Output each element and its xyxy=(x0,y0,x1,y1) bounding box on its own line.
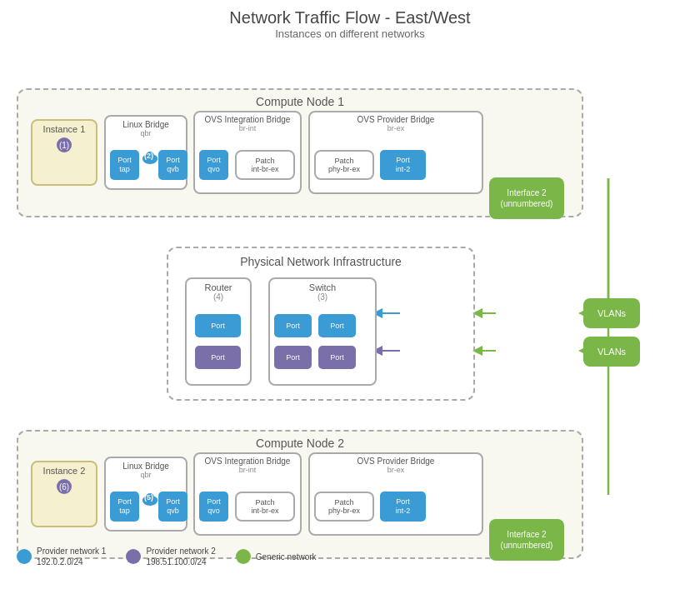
page-subtitle: Instances on different networks xyxy=(0,27,700,40)
legend-item-net2: Provider network 2 198.51.100.0/24 xyxy=(126,546,215,567)
phys-net-label: Physical Network Infrastructure xyxy=(240,255,402,268)
legend-text-net3: Generic network xyxy=(256,552,317,562)
cn1-port-qvb: Port qvb xyxy=(158,150,188,180)
cn1-lbridge-sub: qbr xyxy=(106,129,186,137)
legend-item-net3: Generic network xyxy=(236,549,317,564)
switch-box: Switch (3) Port Port Port Port xyxy=(268,277,377,386)
cn1-port-int2: Port int-2 xyxy=(380,150,426,180)
phys-net: Physical Network Infrastructure Router (… xyxy=(167,247,475,401)
router-box: Router (4) Port Port xyxy=(185,277,252,386)
compute-node-1: Compute Node 1 Instance 1 (1) Linux Brid… xyxy=(17,88,583,217)
cn2-lbridge-sub: qbr xyxy=(106,471,186,479)
compute-node-2: Compute Node 2 Instance 2 (6) Linux Brid… xyxy=(17,430,583,559)
cn1-ovs-int: OVS Integration Bridge br-int Port qvo P… xyxy=(193,111,302,194)
legend-text-net2: Provider network 2 198.51.100.0/24 xyxy=(146,546,215,567)
cn2-ovs-prov-sub: br-ex xyxy=(310,466,482,474)
cn1-port-qvo: Port qvo xyxy=(199,150,228,180)
cn2-port-int2: Port int-2 xyxy=(380,492,426,522)
switch-port-4: Port xyxy=(318,346,356,369)
legend-dot-net3 xyxy=(236,549,251,564)
cn2-ovs-int: OVS Integration Bridge br-int Port qvo P… xyxy=(193,452,302,536)
instance-2-label: Instance 2 xyxy=(36,466,92,476)
switch-port-1: Port xyxy=(274,314,312,337)
instance-1-label: Instance 1 xyxy=(36,124,92,134)
cn1-cloud-2: (2) xyxy=(141,148,159,167)
switch-port-2: Port xyxy=(318,314,356,337)
cn1-iface2: Interface 2 (unnumbered) xyxy=(489,177,564,219)
cn2-port-qvo: Port qvo xyxy=(199,492,228,522)
legend-dot-net2 xyxy=(126,549,141,564)
cn2-ovs-int-sub: br-int xyxy=(195,466,300,474)
switch-label: Switch xyxy=(270,279,375,292)
cn1-label: Compute Node 1 xyxy=(256,95,344,108)
switch-num: (3) xyxy=(270,292,375,302)
cn2-ovs-prov: OVS Provider Bridge br-ex Patch phy-br-e… xyxy=(308,452,483,536)
instance-1-num: (1) xyxy=(57,137,72,152)
cn1-ovs-int-sub: br-int xyxy=(195,124,300,132)
cn1-lbridge: Linux Bridge qbr Port tap (2) Port qvb xyxy=(104,115,188,190)
cn2-ovs-prov-label: OVS Provider Bridge xyxy=(310,454,482,466)
cn2-port-tap: Port tap xyxy=(110,492,139,522)
router-port-1: Port xyxy=(195,314,241,337)
legend: Provider network 1 192.0.2.0/24 Provider… xyxy=(17,546,317,567)
instance-1-box: Instance 1 (1) xyxy=(31,119,98,186)
router-num: (4) xyxy=(187,292,250,302)
legend-dot-net1 xyxy=(17,549,32,564)
cn2-patch-phy: Patch phy-br-ex xyxy=(314,492,374,522)
cn1-lbridge-label: Linux Bridge xyxy=(106,117,186,129)
cn2-ovs-int-label: OVS Integration Bridge xyxy=(195,454,300,466)
cn2-lbridge-label: Linux Bridge xyxy=(106,458,186,471)
cn2-lbridge: Linux Bridge qbr Port tap (5) Port qvb xyxy=(104,457,188,532)
router-port-2: Port xyxy=(195,346,241,369)
diagram-area: Compute Node 1 Instance 1 (1) Linux Brid… xyxy=(0,47,700,572)
cn2-port-qvb: Port qvb xyxy=(158,492,188,522)
cn1-ovs-prov: OVS Provider Bridge br-ex Patch phy-br-e… xyxy=(308,111,483,194)
cn2-iface2: Interface 2 (unnumbered) xyxy=(489,519,564,561)
cn1-ovs-prov-label: OVS Provider Bridge xyxy=(310,112,482,124)
legend-text-net1: Provider network 1 192.0.2.0/24 xyxy=(37,546,106,567)
instance-2-box: Instance 2 (6) xyxy=(31,461,98,527)
router-label: Router xyxy=(187,279,250,292)
legend-item-net1: Provider network 1 192.0.2.0/24 xyxy=(17,546,106,567)
vlans-2: VLANs xyxy=(583,337,640,367)
switch-port-3: Port xyxy=(274,346,312,369)
page-title: Network Traffic Flow - East/West xyxy=(0,8,700,27)
cn1-port-tap: Port tap xyxy=(110,150,139,180)
cn2-label: Compute Node 2 xyxy=(256,437,344,450)
cn1-ovs-prov-sub: br-ex xyxy=(310,124,482,132)
cn2-cloud-5: (5) xyxy=(141,490,159,508)
cn1-ovs-int-label: OVS Integration Bridge xyxy=(195,112,300,124)
instance-2-num: (6) xyxy=(57,479,72,494)
cn1-patch-int: Patch int-br-ex xyxy=(235,150,295,180)
cn1-patch-phy: Patch phy-br-ex xyxy=(314,150,374,180)
cn2-patch-int: Patch int-br-ex xyxy=(235,492,295,522)
vlans-1: VLANs xyxy=(583,298,640,328)
